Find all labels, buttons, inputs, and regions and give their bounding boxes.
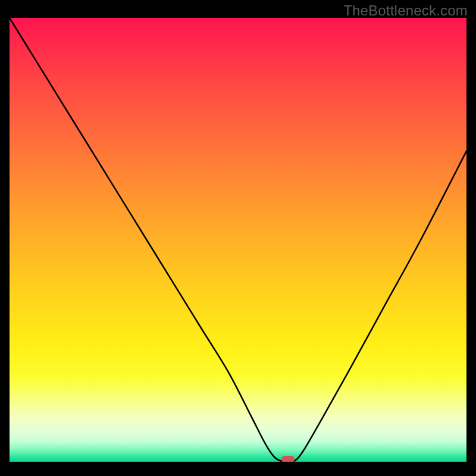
optimum-marker xyxy=(281,456,295,462)
attribution-label: TheBottleneck.com xyxy=(343,2,468,19)
chart-container: TheBottleneck.com xyxy=(0,0,476,476)
plot-area xyxy=(10,18,466,462)
bottleneck-curve xyxy=(10,18,466,462)
